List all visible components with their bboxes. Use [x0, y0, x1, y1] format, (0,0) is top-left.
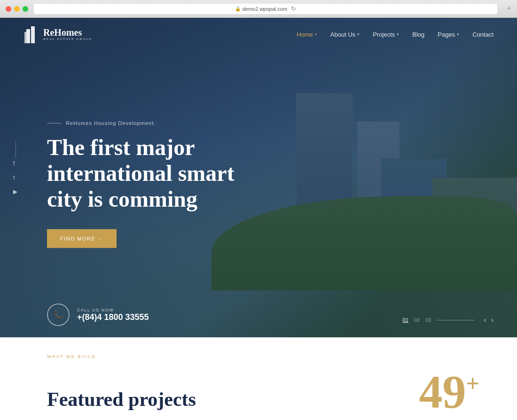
website: ReHomes Real Estate Group Home ▾ About U…	[0, 18, 517, 420]
reload-button[interactable]: ↻	[291, 5, 296, 12]
slide-number-1[interactable]: 01	[403, 317, 408, 323]
slide-number-2[interactable]: 02	[414, 317, 420, 323]
logo[interactable]: ReHomes Real Estate Group	[24, 25, 92, 43]
chevron-down-icon: ▾	[315, 32, 317, 37]
nav-link-about[interactable]: About Us ▾	[330, 31, 360, 38]
next-slide-button[interactable]: ›	[491, 316, 494, 324]
browser-chrome: 🔒 demo2.wpopal.com ↻ +	[0, 0, 517, 18]
logo-text: ReHomes Real Estate Group	[43, 28, 92, 41]
phone-icon: 📞	[53, 310, 63, 320]
chevron-down-icon: ▾	[457, 32, 459, 37]
call-number: +(84)4 1800 33555	[77, 312, 149, 322]
call-info: CALL US NOW +(84)4 1800 33555	[77, 308, 149, 322]
facebook-icon[interactable]: f	[13, 160, 17, 167]
nav-links: Home ▾ About Us ▾ Projects ▾	[297, 31, 494, 38]
close-button[interactable]	[6, 6, 11, 12]
projects-counter: 49+	[419, 368, 480, 415]
new-tab-button[interactable]: +	[507, 4, 511, 14]
hero-section: ReHomes Real Estate Group Home ▾ About U…	[0, 18, 517, 337]
chevron-down-icon: ▾	[397, 32, 399, 37]
hero-content: ReHomes Housing Development. The first m…	[47, 120, 273, 248]
slide-number-3[interactable]: 03	[425, 317, 431, 323]
chevron-down-icon: ▾	[357, 32, 360, 37]
nav-link-pages[interactable]: Pages ▾	[438, 31, 459, 38]
social-sidebar: f t ▶	[13, 160, 17, 195]
svg-rect-1	[31, 26, 35, 43]
nav-link-projects[interactable]: Projects ▾	[373, 31, 399, 38]
section-label: WHAT WE BUILD.	[47, 354, 98, 359]
traffic-lights	[6, 6, 28, 12]
below-hero-section: WHAT WE BUILD. Featured projects 49+	[0, 337, 517, 420]
svg-rect-0	[26, 29, 30, 43]
minimize-button[interactable]	[14, 6, 20, 12]
slider-controls: 01 02 03 ‹ ›	[403, 316, 494, 324]
nav-link-blog[interactable]: Blog	[412, 31, 424, 38]
featured-projects-title: Featured projects	[47, 388, 196, 411]
navbar: ReHomes Real Estate Group Home ▾ About U…	[0, 18, 517, 51]
nav-item-projects[interactable]: Projects ▾	[373, 31, 399, 38]
slide-numbers: 01 02 03	[403, 317, 475, 323]
prev-slide-button[interactable]: ‹	[484, 316, 486, 324]
nav-item-contact[interactable]: Contact	[472, 31, 494, 38]
slide-arrows: ‹ ›	[484, 316, 494, 324]
hero-subtitle: ReHomes Housing Development.	[47, 120, 273, 126]
logo-icon	[24, 25, 39, 43]
youtube-icon[interactable]: ▶	[13, 188, 17, 195]
lock-icon: 🔒	[235, 6, 241, 11]
find-more-button[interactable]: FIND MORE →	[47, 229, 117, 248]
nav-item-about[interactable]: About Us ▾	[330, 31, 360, 38]
nav-item-pages[interactable]: Pages ▾	[438, 31, 459, 38]
svg-rect-2	[24, 32, 26, 43]
call-icon[interactable]: 📞	[47, 303, 70, 326]
maximize-button[interactable]	[23, 6, 28, 12]
nav-item-blog[interactable]: Blog	[412, 31, 424, 38]
call-label: CALL US NOW	[77, 308, 149, 312]
twitter-icon[interactable]: t	[13, 174, 17, 181]
url-text: demo2.wpopal.com	[243, 6, 287, 12]
hero-title: The first major international smart city…	[47, 134, 273, 212]
slide-progress-line	[437, 320, 474, 320]
nav-link-home[interactable]: Home ▾	[297, 31, 317, 38]
nav-item-home[interactable]: Home ▾	[297, 31, 317, 38]
address-bar[interactable]: 🔒 demo2.wpopal.com ↻	[34, 4, 497, 14]
hero-call-section: 📞 CALL US NOW +(84)4 1800 33555	[47, 303, 149, 326]
nav-link-contact[interactable]: Contact	[472, 31, 494, 38]
